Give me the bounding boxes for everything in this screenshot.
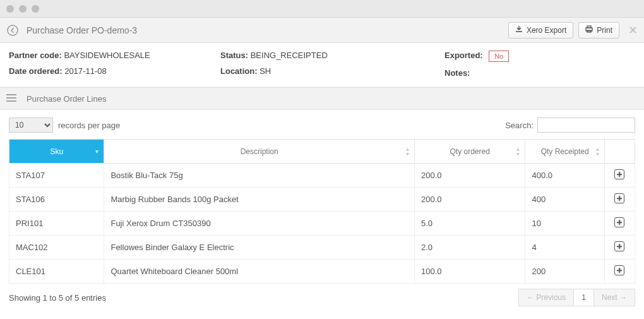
cell-description: Fuji Xerox Drum CT350390 (104, 212, 414, 236)
location-row: Location: SH (220, 66, 444, 76)
cell-sku: MAC102 (9, 236, 104, 260)
table-row: CLE101Quartet Whiteboard Cleaner 500ml10… (9, 260, 635, 284)
value: 2017-11-08 (64, 66, 107, 76)
cell-qty-receipted: 400.0 (525, 164, 604, 188)
exported-row: Exported: No (444, 51, 635, 62)
label: Status: (220, 51, 248, 60)
button-label: Print (597, 26, 612, 35)
cell-sku: STA106 (9, 188, 104, 212)
cell-qty-receipted: 400 (525, 188, 604, 212)
sort-icon: ▴▾ (596, 147, 599, 157)
label: Location: (220, 66, 258, 76)
date-ordered-row: Date ordered: 2017-11-08 (9, 66, 220, 76)
add-icon[interactable] (614, 193, 624, 203)
print-icon (585, 25, 593, 35)
col-header-qty-receipted[interactable]: Qty Receipted ▴▾ (525, 140, 604, 164)
sort-icon: ▴▾ (516, 147, 520, 157)
window-chrome (0, 0, 644, 18)
print-button[interactable]: Print (578, 22, 619, 39)
cell-qty-receipted: 10 (525, 212, 604, 236)
col-header-qty-ordered[interactable]: Qty ordered ▴▾ (414, 140, 525, 164)
cell-description: Bostik Blu-Tack 75g (104, 164, 414, 188)
status-row: Status: BEING_RECEIPTED (220, 51, 444, 60)
add-icon[interactable] (614, 241, 624, 251)
page-button-1[interactable]: 1 (574, 289, 594, 306)
table-row: MAC102Fellowes Binder Galaxy E Electric2… (9, 236, 635, 260)
cell-qty-ordered: 200.0 (414, 188, 525, 212)
col-header-sku[interactable]: Sku ▾ (9, 140, 104, 164)
partner-code-row: Partner code: BAYSIDEWHOLESALE (9, 51, 220, 60)
notes-row: Notes: (444, 68, 635, 78)
download-icon (515, 25, 523, 35)
cell-description: Marbig Rubber Bands 100g Packet (104, 188, 414, 212)
entries-summary: Showing 1 to 5 of 5 entries (9, 293, 106, 303)
cell-qty-receipted: 4 (525, 236, 604, 260)
col-header-actions (604, 140, 635, 164)
add-icon[interactable] (614, 217, 624, 227)
search-label: Search: (505, 121, 534, 130)
section-header: Purchase Order Lines (0, 87, 644, 110)
info-panel: Partner code: BAYSIDEWHOLESALE Date orde… (0, 43, 644, 87)
value: BEING_RECEIPTED (251, 51, 328, 60)
cell-sku: PRI101 (9, 212, 104, 236)
exported-badge: No (489, 51, 509, 62)
table-row: STA106Marbig Rubber Bands 100g Packet200… (9, 188, 635, 212)
close-icon[interactable]: ✕ (628, 23, 638, 37)
cell-qty-ordered: 200.0 (414, 164, 525, 188)
cell-sku: STA107 (9, 164, 104, 188)
table-footer: Showing 1 to 5 of 5 entries ← Previous 1… (0, 284, 644, 306)
records-per-page-select[interactable]: 10 (9, 117, 53, 133)
cell-qty-receipted: 200 (525, 260, 604, 284)
pager: ← Previous 1 Next → (518, 289, 635, 306)
value: SH (259, 66, 271, 76)
cell-description: Quartet Whiteboard Cleaner 500ml (104, 260, 414, 284)
menu-icon[interactable] (6, 94, 18, 104)
table-row: PRI101Fuji Xerox Drum CT3503905.010 (9, 212, 635, 236)
button-label: Xero Export (527, 26, 566, 35)
add-icon[interactable] (614, 169, 624, 179)
cell-description: Fellowes Binder Galaxy E Electric (104, 236, 414, 260)
sort-icon: ▴▾ (406, 147, 409, 157)
next-button[interactable]: Next → (594, 289, 635, 306)
table-controls: 10 records per page Search: (9, 117, 635, 133)
value: BAYSIDEWHOLESALE (64, 51, 150, 60)
window-dot (19, 5, 27, 13)
cell-qty-ordered: 100.0 (414, 260, 525, 284)
table-row: STA107Bostik Blu-Tack 75g200.0400.0 (9, 164, 635, 188)
sort-down-icon: ▾ (95, 149, 98, 154)
label: Exported: (444, 51, 483, 60)
xero-export-button[interactable]: Xero Export (508, 22, 573, 39)
label: Notes: (444, 68, 470, 78)
svg-point-0 (8, 25, 18, 35)
cell-qty-ordered: 2.0 (414, 236, 525, 260)
window-dot (32, 5, 39, 13)
cell-qty-ordered: 5.0 (414, 212, 525, 236)
page-title: Purchase Order PO-demo-3 (27, 25, 503, 35)
window-dot (6, 5, 14, 13)
section-title: Purchase Order Lines (27, 94, 106, 104)
label: Partner code: (9, 51, 62, 60)
records-label: records per page (58, 121, 120, 130)
col-header-description[interactable]: Description ▴▾ (104, 140, 414, 164)
title-bar: Purchase Order PO-demo-3 Xero Export Pri… (0, 18, 644, 43)
add-icon[interactable] (614, 265, 624, 275)
cell-sku: CLE101 (9, 260, 104, 284)
label: Date ordered: (9, 66, 63, 76)
lines-table: Sku ▾ Description ▴▾ Qty ordered ▴▾ Qty … (9, 139, 635, 284)
previous-button[interactable]: ← Previous (518, 289, 574, 306)
back-icon[interactable] (6, 24, 19, 37)
search-input[interactable] (537, 117, 635, 133)
